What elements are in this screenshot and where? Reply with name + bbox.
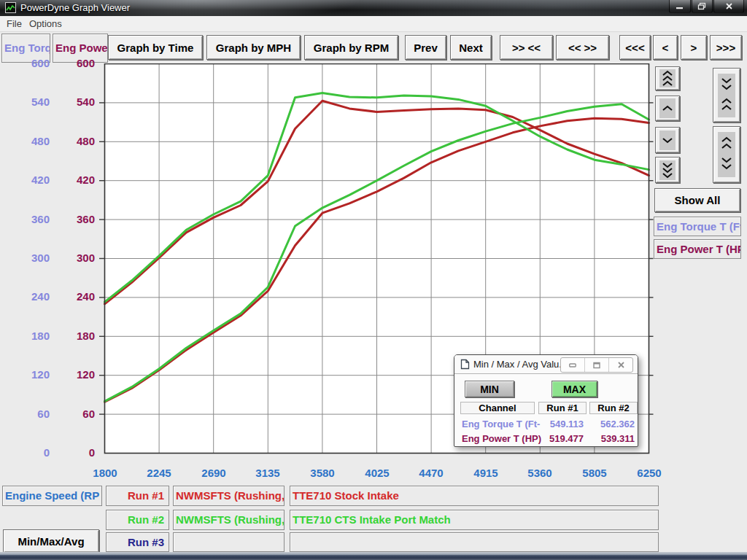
y-tick-torque: 300: [6, 252, 50, 264]
graph-by-time-button[interactable]: Graph by Time: [108, 35, 203, 60]
minmax-close-button[interactable]: [609, 358, 632, 372]
x-tick-rpm: 5805: [570, 467, 619, 479]
y-tick-torque: 240: [6, 290, 50, 303]
table-cell-power-run2: 539.311: [589, 433, 635, 444]
x-tick-rpm: 4915: [462, 467, 510, 479]
minmax-title-bar[interactable]: Min / Max / Avg Valu...: [454, 355, 638, 374]
window-title: PowerDyne Graph Viewer: [20, 2, 130, 13]
scroll-up-button[interactable]: [655, 96, 680, 121]
scroll-left-button[interactable]: <: [653, 35, 678, 60]
run1-label-box: Run #1: [106, 486, 169, 506]
y-tick-power: 240: [51, 290, 95, 303]
run1-file-box: NWMSFTS (Rushing,: [173, 486, 285, 506]
minmax-window: Min / Max / Avg Valu... MIN MAX Channel …: [454, 354, 638, 447]
min-tab[interactable]: MIN: [465, 381, 514, 397]
minimize-icon: [569, 362, 576, 368]
x-tick-rpm: 3580: [298, 467, 347, 479]
y-tick-power: 480: [51, 135, 95, 147]
menu-options[interactable]: Options: [29, 18, 62, 29]
y-tick-power: 360: [51, 213, 95, 225]
triple-chevron-down-icon: [659, 160, 676, 180]
y-tick-torque: 360: [6, 213, 50, 225]
minmaxavg-button[interactable]: Min/Max/Avg: [3, 529, 99, 553]
legend-torque-channel[interactable]: Eng Torque T (Ft: [654, 217, 741, 236]
table-row-channel-label: Eng Power T (HP): [462, 433, 541, 444]
run2-description-box: TTE710 CTS Intake Port Match: [290, 510, 659, 530]
y-tick-power: 120: [51, 368, 95, 381]
x-tick-rpm: 2690: [190, 467, 238, 479]
table-cell-torque-run1: 549.113: [538, 419, 584, 429]
y-tick-power: 420: [51, 174, 95, 186]
show-all-button[interactable]: Show All: [654, 188, 740, 212]
table-row-channel-label: Eng Torque T (Ft-: [462, 419, 540, 429]
powerdyne-window: { "window": { "title": "PowerDyne Graph …: [0, 0, 747, 560]
y-tick-power: 60: [51, 408, 95, 420]
restore-icon: [593, 362, 600, 369]
minmax-restore-button[interactable]: [585, 358, 609, 372]
y-tick-torque: 420: [6, 174, 50, 186]
x-tick-rpm: 6250: [625, 467, 673, 479]
chevron-down-icon: [659, 131, 676, 150]
x-tick-rpm: 3135: [244, 467, 292, 479]
run2-file-box: NWMSFTS (Rushing,: [173, 510, 285, 530]
scroll-right-fast-button[interactable]: >>>: [710, 35, 742, 60]
y-tick-torque: 540: [6, 96, 50, 108]
prev-button[interactable]: Prev: [405, 35, 446, 60]
run3-file-box: [173, 532, 285, 552]
scroll-down-fast-button[interactable]: [655, 157, 680, 183]
menu-file[interactable]: File: [7, 18, 22, 29]
title-bar: PowerDyne Graph Viewer: [0, 0, 747, 16]
table-cell-power-run1: 519.477: [538, 433, 584, 444]
scroll-down-button[interactable]: [655, 127, 680, 153]
column-header-run1: Run #1: [538, 402, 587, 414]
next-button[interactable]: Next: [450, 35, 492, 60]
graph-by-mph-button[interactable]: Graph by MPH: [206, 35, 301, 60]
close-icon: [617, 361, 625, 369]
run3-description-box: [290, 532, 659, 552]
run1-description-box: TTE710 Stock Intake: [290, 486, 659, 506]
legend-power-channel[interactable]: Eng Power T (HP: [654, 239, 741, 259]
minmax-minimize-button[interactable]: [561, 358, 585, 372]
compress-vertical-button[interactable]: [713, 68, 740, 122]
y-tick-power: 0: [51, 446, 95, 459]
y-tick-torque: 600: [6, 57, 50, 69]
y-tick-torque: 120: [6, 368, 50, 381]
triple-chevron-up-icon: [659, 69, 676, 88]
x-tick-rpm: 4470: [407, 467, 455, 479]
y-tick-power: 180: [51, 330, 95, 342]
close-button[interactable]: [713, 0, 744, 13]
minimize-button[interactable]: [669, 0, 691, 13]
scroll-right-button[interactable]: >: [681, 35, 707, 60]
restore-button[interactable]: [692, 0, 713, 13]
restore-icon: [697, 2, 707, 10]
column-header-run2: Run #2: [589, 402, 638, 414]
y-tick-torque: 0: [6, 446, 50, 459]
x-tick-rpm: 2245: [135, 467, 183, 479]
table-cell-torque-run2: 562.362: [589, 419, 635, 429]
close-icon: [725, 2, 733, 10]
x-axis-title-box[interactable]: Engine Speed (RP: [2, 486, 102, 506]
y-tick-power: 540: [51, 96, 95, 108]
expand-vertical-button[interactable]: [713, 126, 740, 183]
y-tick-torque: 480: [6, 135, 50, 147]
chevron-up-icon: [659, 98, 676, 118]
x-tick-rpm: 1800: [81, 467, 129, 479]
column-header-channel: Channel: [460, 402, 535, 414]
minmax-window-title: Min / Max / Avg Valu...: [473, 359, 567, 370]
compress-chevrons-icon: [718, 74, 735, 117]
max-tab[interactable]: MAX: [551, 381, 597, 397]
zoom-out-x-button[interactable]: << >>: [556, 35, 609, 60]
app-icon: [5, 2, 16, 13]
scroll-left-fast-button[interactable]: <<<: [619, 35, 651, 60]
document-icon: [460, 359, 470, 370]
expand-chevrons-icon: [718, 132, 735, 177]
menu-bar: File Options: [0, 16, 747, 32]
minmax-window-controls: [560, 357, 633, 373]
x-tick-rpm: 5360: [516, 467, 564, 479]
scroll-up-fast-button[interactable]: [655, 66, 680, 90]
run2-label-box: Run #2: [106, 510, 169, 530]
graph-by-rpm-button[interactable]: Graph by RPM: [304, 35, 398, 60]
y-tick-torque: 60: [6, 408, 50, 420]
y-tick-torque: 180: [6, 330, 50, 342]
zoom-in-x-button[interactable]: >> <<: [500, 35, 553, 60]
